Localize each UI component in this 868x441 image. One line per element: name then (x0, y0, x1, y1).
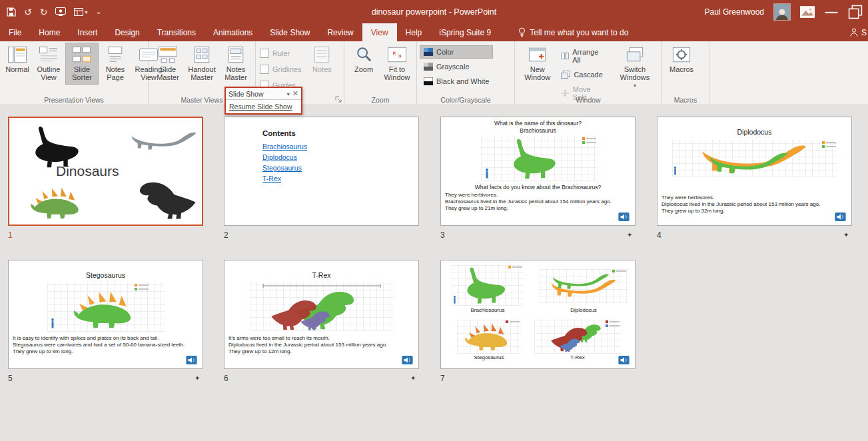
layout-grid-dropdown-icon[interactable]: ▾ (85, 9, 87, 15)
link-brachiosaurus[interactable]: Brachiosaurus (262, 143, 307, 151)
brachiosaurus-silhouette (25, 125, 92, 169)
slide-thumbnail-2[interactable]: Contents Brachiosaurus Diplodocus Stegos… (224, 117, 419, 226)
black-and-white-label: Black and White (436, 77, 489, 85)
tab-home[interactable]: Home (30, 23, 69, 41)
slide-show-toolbar-dropdown-icon[interactable]: ▾ (287, 91, 290, 97)
arrange-all-button[interactable]: Arrange All (557, 45, 606, 67)
user-avatar[interactable] (773, 3, 791, 21)
fact-1: They were herbivores. (445, 192, 632, 199)
figure-legend (508, 266, 522, 268)
layout-grid-icon[interactable] (74, 8, 83, 16)
arrange-all-label: Arrange All (572, 48, 603, 64)
redo-icon[interactable]: ↻ (40, 7, 48, 17)
tab-animations[interactable]: Animations (205, 23, 261, 41)
figure-legend (612, 270, 626, 272)
minimize-icon[interactable] (824, 5, 839, 19)
tell-me-box[interactable]: Tell me what you want to do (518, 23, 628, 41)
cascade-button[interactable]: Cascade (557, 68, 606, 81)
slide-thumbnail-1[interactable]: Dinosaurs (8, 117, 203, 226)
color-icon (424, 48, 433, 56)
handout-master-button[interactable]: Handout Master (185, 43, 219, 85)
undo-icon[interactable]: ↺ (24, 7, 32, 17)
contents-heading: Contents (262, 129, 296, 137)
normal-view-button[interactable]: Normal (3, 43, 32, 77)
notes-button[interactable]: Notes (305, 43, 338, 77)
tab-review[interactable]: Review (318, 23, 362, 41)
grayscale-label: Grayscale (436, 63, 470, 71)
tab-ispring-suite-9[interactable]: iSpring Suite 9 (430, 23, 500, 41)
slide-number-2: 2 (224, 230, 228, 240)
slide-show-toolbar-titlebar[interactable]: Slide Show ▾ ✕ (226, 88, 301, 100)
notes-master-icon (226, 46, 245, 63)
save-icon[interactable] (7, 7, 16, 17)
tab-view[interactable]: View (362, 23, 397, 41)
outline-view-button[interactable]: Outline View (32, 43, 65, 85)
user-name[interactable]: Paul Greenwood (705, 7, 764, 17)
brachiosaurus-image (493, 137, 580, 180)
slide-thumbnail-5[interactable]: Stegosaurus It is easy to identify with … (8, 260, 203, 369)
tab-insert[interactable]: Insert (69, 23, 106, 41)
black-and-white-button[interactable]: Black and White (420, 75, 493, 88)
group-zoom: Zoom Fit to Window Zoom (344, 41, 417, 105)
grayscale-button[interactable]: Grayscale (420, 60, 493, 73)
screen-record-icon[interactable] (55, 7, 66, 16)
animation-star-icon-5: ✦ (195, 374, 200, 382)
tab-file[interactable]: File (0, 23, 30, 41)
measurement-arrow (262, 283, 382, 288)
show-dialog-launcher-icon[interactable] (335, 96, 342, 103)
macros-button[interactable]: Macros (665, 43, 698, 77)
switch-windows-button[interactable]: Switch Windows ▾ (611, 43, 659, 93)
notes-icon (312, 46, 331, 63)
zoom-button[interactable]: Zoom (347, 43, 380, 77)
stegosaurus-figure (47, 282, 165, 332)
share-button[interactable]: S (850, 23, 868, 41)
ribbon-display-options-icon[interactable] (800, 5, 815, 19)
share-label: S (861, 28, 867, 37)
notes-page-button[interactable]: Notes Page (99, 43, 132, 85)
cascade-icon (561, 71, 570, 79)
slide-thumbnail-6[interactable]: T-Rex It's arms were too small to reach … (224, 260, 419, 369)
diplodocus-silhouette (131, 130, 197, 151)
link-stegosaurus[interactable]: Stegosaurus (262, 164, 302, 172)
audio-icon[interactable] (186, 356, 197, 364)
tell-me-label: Tell me what you want to do (530, 28, 628, 37)
slide-thumbnail-7[interactable]: Brachiosaurus Diplodocus Stegosaurus (440, 260, 636, 369)
question-line-1: What is the name of this dinosaur? (441, 120, 635, 127)
tab-slide-show[interactable]: Slide Show (261, 23, 318, 41)
figure-legend (822, 141, 836, 148)
audio-icon[interactable] (402, 356, 413, 364)
tab-transitions[interactable]: Transitions (149, 23, 205, 41)
slide-number-3: 3 (440, 230, 445, 240)
trex-image-blue-small (553, 338, 590, 352)
notes-page-icon (106, 46, 125, 63)
fit-to-window-button[interactable]: Fit to Window (380, 43, 414, 85)
slide-thumbnail-4[interactable]: Diplodocus They were herbivores. Diplodo… (657, 117, 852, 226)
slide-sorter-button[interactable]: Slide Sorter (65, 43, 99, 85)
link-trex[interactable]: T-Rex (262, 175, 281, 183)
ruler-checkbox[interactable]: Ruler (260, 49, 301, 58)
color-button[interactable]: Color (420, 45, 493, 59)
fact-lines: It is easy to identify with spikes and p… (13, 335, 200, 355)
audio-icon[interactable] (618, 213, 630, 221)
new-window-button[interactable]: New Window (518, 43, 557, 85)
figure-legend (506, 320, 520, 323)
slide-sorter-canvas[interactable]: Dinosaurs 1 Contents Brachiosaurus Diplo… (0, 105, 868, 441)
slide-thumbnail-3[interactable]: What is the name of this dinosaur? Brach… (440, 117, 636, 226)
tab-help[interactable]: Help (397, 23, 431, 41)
customize-qat-icon[interactable]: ⌄ (95, 7, 101, 16)
macros-group-label: Macros (662, 96, 709, 104)
fact-2: Stegosaurus were carnivores and had a se… (13, 342, 200, 348)
resume-slide-show-menu-item[interactable]: Resume Slide Show (226, 100, 301, 113)
link-diplodocus[interactable]: Diplodocus (262, 153, 297, 161)
audio-icon[interactable] (835, 213, 846, 221)
slide-show-toolbar-close-icon[interactable]: ✕ (292, 89, 298, 98)
audio-icon[interactable] (618, 356, 630, 364)
fit-to-window-label: Fit to Window (383, 65, 411, 81)
tab-design[interactable]: Design (106, 23, 148, 41)
notes-master-button[interactable]: Notes Master (219, 43, 252, 85)
gridlines-checkbox[interactable]: Gridlines (260, 65, 301, 74)
slide-title: Diplodocus (657, 128, 851, 136)
restore-icon[interactable] (848, 5, 863, 19)
slide-master-button[interactable]: Slide Master (151, 43, 185, 85)
notes-label: Notes (312, 65, 332, 73)
